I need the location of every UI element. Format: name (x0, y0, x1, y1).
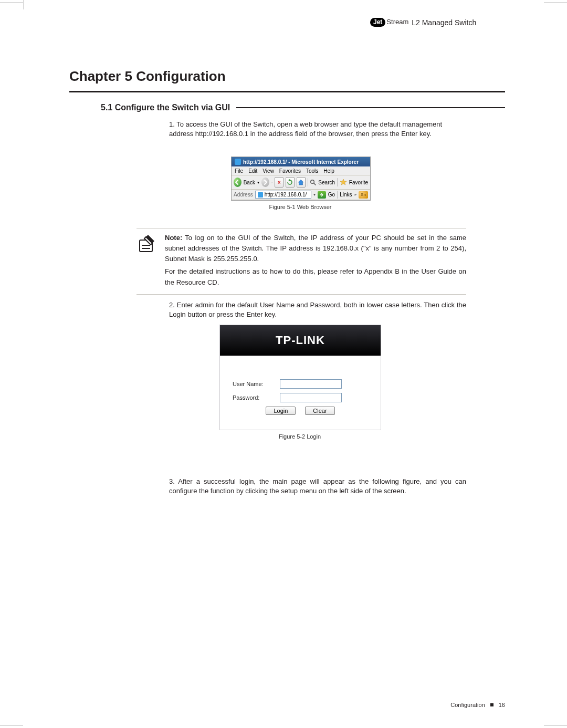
body-step1: 1. To access the GUI of the Switch, open… (169, 120, 466, 139)
sn-button[interactable]: Sn (359, 191, 368, 199)
step-3-text: 3. After a successful login, the main pa… (169, 477, 466, 496)
addrbar-divider (337, 191, 338, 199)
chapter-heading-block: Chapter 5 Configuration (69, 68, 505, 92)
go-button[interactable] (318, 191, 326, 199)
footer-section: Configuration (450, 702, 485, 708)
section-heading: 5.1 Configure the Switch via GUI (101, 103, 505, 112)
home-icon (298, 179, 304, 185)
toolbar-divider (337, 178, 338, 186)
home-button[interactable] (297, 177, 306, 188)
go-arrow-icon (320, 193, 324, 197)
menu-file[interactable]: File (235, 168, 243, 174)
back-dropdown-icon[interactable]: ▾ (257, 180, 259, 185)
links-chevrons-icon[interactable]: » (354, 192, 356, 197)
username-label: User Name: (233, 381, 277, 387)
svg-line-1 (314, 183, 316, 185)
links-label[interactable]: Links (340, 192, 352, 197)
ie-titlebar: http://192.168.0.1/ - Microsoft Internet… (232, 157, 370, 167)
password-row: Password: (233, 393, 368, 402)
brand-jet: Jet (370, 18, 385, 27)
ie-title: http://192.168.0.1/ - Microsoft Internet… (243, 159, 359, 165)
username-input[interactable] (280, 379, 342, 389)
note-icon (136, 233, 158, 255)
menu-favorites[interactable]: Favorites (279, 168, 301, 174)
refresh-icon (287, 179, 293, 185)
brand-mark: JetStream (370, 18, 408, 27)
login-header: TP-LINK (220, 325, 381, 356)
forward-button[interactable] (261, 178, 269, 187)
back-arrow-icon (235, 180, 240, 185)
address-label: Address (234, 192, 253, 197)
clear-button[interactable]: Clear (305, 407, 334, 415)
crop-mark (0, 725, 23, 726)
page-icon (258, 192, 263, 197)
note-rule-bottom (136, 294, 466, 295)
stop-button[interactable]: × (275, 177, 284, 188)
section-title: 5.1 Configure the Switch via GUI (101, 103, 230, 112)
menu-view[interactable]: View (262, 168, 274, 174)
note-p1: To log on to the GUI of the Switch, the … (165, 234, 466, 263)
chapter-title: Chapter 5 Configuration (69, 68, 505, 85)
menu-tools[interactable]: Tools (306, 168, 318, 174)
back-button[interactable] (234, 178, 242, 187)
ie-window: http://192.168.0.1/ - Microsoft Internet… (231, 157, 371, 201)
ie-menubar: File Edit View Favorites Tools Help (232, 167, 370, 175)
login-panel: TP-LINK User Name: Password: Login Clear (219, 325, 381, 430)
crop-mark (23, 0, 24, 9)
ie-icon (235, 159, 241, 165)
section-rule (236, 107, 505, 108)
brand-tagline: L2 Managed Switch (412, 18, 476, 27)
back-label: Back (244, 180, 255, 185)
step-2-text: 2. Enter admin for the default User Name… (169, 300, 466, 319)
sn-label: Sn (361, 192, 366, 197)
stop-x-icon: × (278, 180, 281, 185)
address-dropdown-icon[interactable]: ▾ (313, 192, 316, 197)
menu-help[interactable]: Help (323, 168, 334, 174)
tp-link-logo: TP-LINK (276, 334, 325, 347)
password-label: Password: (233, 394, 277, 401)
login-body: User Name: Password: Login Clear (220, 356, 381, 430)
search-icon (310, 179, 316, 185)
username-row: User Name: (233, 379, 368, 389)
password-input[interactable] (280, 393, 342, 402)
footer-square-icon (490, 703, 494, 706)
note-label: Note: (165, 234, 182, 242)
page-footer: Configuration 16 (450, 702, 505, 708)
figure-5-2-caption: Figure 5-2 Login (219, 433, 380, 440)
search-label[interactable]: Search (318, 180, 335, 185)
crop-mark (0, 2, 23, 3)
address-input[interactable]: http://192.168.0.1/ (255, 191, 311, 199)
chapter-rule (69, 91, 505, 92)
note-p2: For the detailed instructions as to how … (165, 266, 466, 287)
crop-mark (544, 2, 567, 3)
address-value: http://192.168.0.1/ (265, 192, 307, 197)
footer-page-number: 16 (499, 702, 505, 708)
go-label: Go (328, 192, 335, 197)
figure-5-2: TP-LINK User Name: Password: Login Clear… (219, 325, 380, 440)
header-brand-line: JetStream L2 Managed Switch (370, 18, 505, 27)
login-button[interactable]: Login (266, 407, 296, 415)
toolbar-divider (308, 178, 308, 186)
refresh-button[interactable] (286, 177, 295, 188)
step-1-text: 1. To access the GUI of the Switch, open… (169, 120, 466, 139)
crop-mark (544, 725, 567, 726)
brand-stream: Stream (386, 18, 408, 26)
menu-edit[interactable]: Edit (248, 168, 257, 174)
ie-address-bar: Address http://192.168.0.1/ ▾ Go Links »… (232, 190, 370, 200)
note-text: Note: To log on to the GUI of the Switch… (165, 233, 466, 290)
note-block: Note: To log on to the GUI of the Switch… (136, 228, 466, 295)
favorites-label[interactable]: Favorite (349, 180, 368, 185)
favorites-star-icon (340, 179, 347, 186)
forward-arrow-icon (262, 180, 268, 185)
svg-point-0 (311, 180, 314, 184)
toolbar-separator: · (271, 180, 273, 185)
figure-5-1: http://192.168.0.1/ - Microsoft Internet… (231, 157, 370, 210)
figure-5-1-caption: Figure 5-1 Web Browser (231, 204, 370, 210)
login-buttons: Login Clear (233, 407, 368, 415)
ie-toolbar: Back ▾ · × Search (232, 175, 370, 190)
